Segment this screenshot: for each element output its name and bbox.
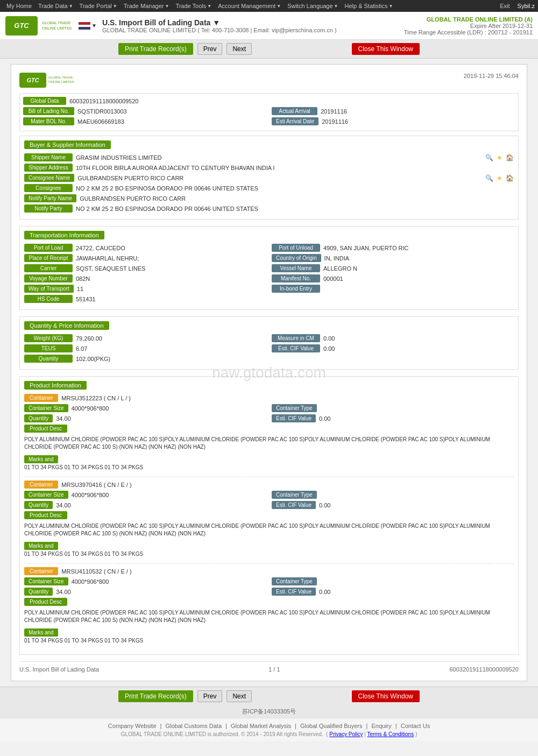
shipper-name-label: Shipper Name [24, 153, 73, 161]
consignee-name-row: Consignee Name GULBRANDSEN PUERTO RICO C… [24, 174, 514, 182]
port-unload-label: Port of Unload [272, 244, 320, 252]
footer-company-website[interactable]: Company Website [108, 723, 157, 729]
esti-arrival-label: Esti Arrival Date [272, 117, 318, 125]
footer-global-buyers[interactable]: Global Qualified Buyers [300, 723, 363, 729]
footer-privacy[interactable]: Privacy Policy [329, 731, 363, 737]
consignee-name-value: GULBRANDSEN PUERTO RICO CARR [77, 175, 482, 181]
carrier-vessel-row: Carrier SQST, SEAQUEST LINES Vessel Name… [24, 264, 514, 272]
shipper-address-row: Shipper Address 10TH FLOOR BIRLA AURORA … [24, 164, 514, 172]
nav-trade-manager[interactable]: Trade Manager ▼ [121, 2, 173, 10]
bottom-close-button[interactable]: Close This Window [352, 690, 420, 702]
esti-cif-value: 0.00 [323, 345, 514, 352]
document: naw.gtodata.com GTC GLOBAL TRADEONLINE L… [11, 64, 527, 681]
page-title-area: U.S. Import Bill of Lading Data ▼ GLOBAL… [102, 18, 337, 33]
footer-enquiry[interactable]: Enquiry [371, 723, 391, 729]
bol-label: Bill of Lading No. [23, 107, 74, 115]
manifest-value: 000001 [323, 275, 514, 282]
product-items-container: Container MRSU3512223 ( CN / L / ) Conta… [24, 394, 514, 644]
container-size-label-1: Container Size [24, 491, 68, 499]
consignee-row: Consignee NO 2 KM 25 2 BO ESPINOSA DORAD… [24, 184, 514, 192]
bol-field: Bill of Lading No. SQSTIDR0013003 [23, 107, 266, 115]
weight-label: Weight (KG) [24, 334, 73, 342]
nav-trade-tools[interactable]: Trade Tools ▼ [172, 2, 215, 10]
consignee-value: NO 2 KM 25 2 BO ESPINOSA DORADO PR 00646… [76, 185, 514, 192]
bottom-print-button[interactable]: Print Trade Record(s) [118, 690, 193, 702]
prod-cif-label-2: Esti. CIF Value [272, 588, 316, 596]
nav-trade-data[interactable]: Trade Data ▼ [35, 2, 76, 10]
account-info: GLOBAL TRADE ONLINE LIMITED (A) Expire A… [404, 16, 533, 36]
product-item-2: Container MRSU4110532 ( CN / E / ) Conta… [24, 567, 514, 644]
prod-cif-label-1: Esti. CIF Value [272, 501, 316, 509]
prod-quantity-value-2: 34.00 [56, 589, 71, 595]
shipper-name-row: Shipper Name GRASIM INDUSTRIES LIMITED 🔍… [24, 153, 514, 161]
notify-party-value: NO 2 KM 25 2 BO ESPINOSA DORADO PR 00646… [76, 206, 514, 212]
actual-arrival-field: Actual Arrival 20191116 [272, 107, 515, 115]
gtc-brand-name: GLOBAL TRADE ONLINE LIMITED [42, 20, 74, 30]
nav-account-management[interactable]: Account Management ▼ [215, 2, 284, 10]
consignee-home-icon[interactable]: 🏠 [506, 174, 514, 182]
container-size-value-1: 4000*906*800 [72, 492, 109, 498]
esti-arrival-value: 20191116 [322, 118, 515, 125]
product-desc-label-2: Product Desc [24, 598, 67, 606]
consignee-name-label: Consignee Name [24, 174, 74, 182]
voyage-manifest-row: Voyage Number 082N Manifest No. 000001 [24, 274, 514, 282]
esti-cif-label: Esti. CIF Value [272, 344, 320, 352]
nav-switch-language[interactable]: Switch Language ▼ [284, 2, 341, 10]
product-item-1: Container MRSU3970416 ( CN / E / ) Conta… [24, 481, 514, 557]
consignee-search-icon[interactable]: 🔍 [485, 174, 493, 182]
marks-text-1: 01 TO 34 PKGS 01 TO 34 PKGS 01 TO 34 PKG… [24, 551, 514, 557]
prod-cif-label-0: Esti. CIF Value [272, 414, 316, 422]
teus-value: 6.07 [76, 345, 266, 352]
next-button[interactable]: Next [226, 43, 252, 55]
footer-contact-us[interactable]: Contact Us [401, 723, 430, 729]
sub-header: GTC GLOBAL TRADE ONLINE LIMITED ▼ U.S. I… [0, 12, 538, 40]
search-icon[interactable]: 🔍 [485, 154, 493, 161]
star-icon[interactable]: ★ [497, 154, 502, 161]
place-country-row: Place of Receipt JAWAHARLAL NEHRU; Count… [24, 254, 514, 262]
prod-quantity-value-0: 34.00 [56, 415, 71, 422]
footer-global-market[interactable]: Global Market Analysis [231, 723, 291, 729]
consignee-star-icon[interactable]: ★ [497, 174, 502, 182]
nav-exit[interactable]: Exit [497, 2, 513, 10]
marks-text-2: 01 TO 34 PKGS 01 TO 34 PKGS 01 TO 34 PKG… [24, 638, 514, 644]
mater-bol-field: Mater BOL No. MAEU606669183 [23, 117, 266, 125]
bottom-prev-button[interactable]: Prev [197, 690, 223, 702]
esti-arrival-field: Esti Arrival Date 20191116 [272, 117, 515, 125]
doc-footer-page: 1 / 1 [268, 666, 280, 673]
port-load-value: 24722, CAUCEDO [76, 245, 266, 251]
global-data-value: 600320191118000009520 [69, 98, 515, 104]
place-receipt-value: JAWAHARLAL NEHRU; [76, 255, 266, 262]
doc-logo: GTC GLOBAL TRADEONLINE LIMITED [19, 73, 74, 88]
consignee-label: Consignee [24, 184, 73, 192]
close-button[interactable]: Close This Window [352, 43, 420, 55]
way-transport-label: Way of Transport [24, 285, 74, 293]
nav-help-statistics[interactable]: Help & Statistics ▼ [341, 2, 396, 10]
icp-info: 苏ICP备14033305号 [0, 705, 538, 718]
vessel-name-label: Vessel Name [272, 264, 320, 272]
footer-terms[interactable]: Terms & Conditions [367, 731, 414, 737]
teus-cif-row: TEUS 6.07 Esti. CIF Value 0.00 [24, 344, 514, 352]
voyage-value: 082N [76, 275, 266, 282]
company-contact: GLOBAL TRADE ONLINE LIMITED ( Tel: 400-7… [102, 27, 337, 33]
nav-trade-portal[interactable]: Trade Portal ▼ [76, 2, 121, 10]
doc-timestamp: 2019-11-29 15:46:04 [464, 73, 519, 79]
hs-code-label: HS Code [24, 295, 73, 303]
mater-bol-label: Mater BOL No. [23, 117, 74, 125]
prev-button[interactable]: Prev [197, 43, 223, 55]
flag-selector[interactable]: ▼ [79, 22, 97, 30]
product-desc-label-0: Product Desc [24, 425, 67, 433]
shipper-name-value: GRASIM INDUSTRIES LIMITED [76, 154, 482, 161]
bottom-next-button[interactable]: Next [226, 690, 252, 702]
home-icon[interactable]: 🏠 [506, 154, 514, 161]
icp-number: 苏ICP备14033305号 [242, 708, 296, 715]
manifest-label: Manifest No. [272, 274, 320, 282]
weight-measure-row: Weight (KG) 79,260.00 Measure in CM 0.00 [24, 334, 514, 342]
footer-global-customs[interactable]: Global Customs Data [166, 723, 222, 729]
footer-links: Company Website | Global Customs Data | … [4, 723, 534, 729]
product-desc-label-1: Product Desc [24, 511, 67, 519]
product-desc-text-0: POLY ALUMINIUM CHLORIDE (POWDER PAC AC 1… [24, 435, 514, 452]
global-data-label: Global Data [23, 97, 66, 105]
print-button[interactable]: Print Trade Record(s) [118, 43, 193, 55]
nav-my-home[interactable]: My Home [3, 2, 35, 10]
actual-arrival-label: Actual Arrival [272, 107, 317, 115]
